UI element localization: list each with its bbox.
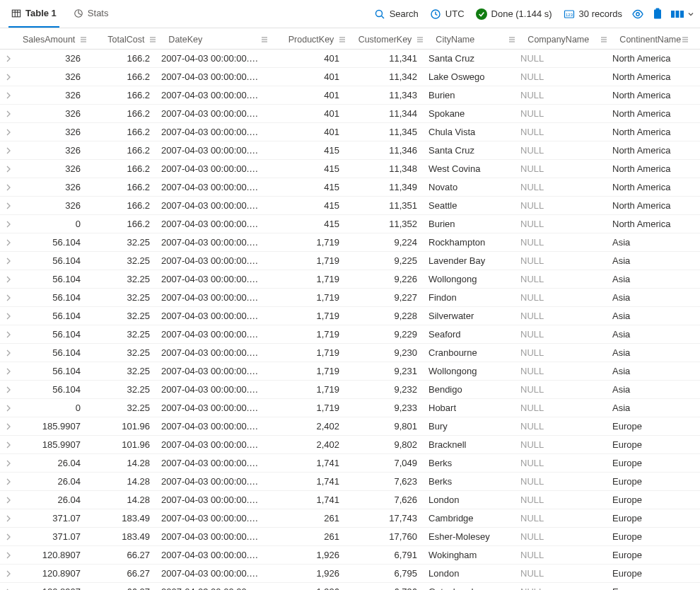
expand-row-button[interactable] xyxy=(0,552,17,559)
expand-row-button[interactable] xyxy=(0,110,17,117)
cell-productkey: 415 xyxy=(267,182,345,192)
column-label: ProductKey xyxy=(288,35,334,45)
table-row[interactable]: 120.890766.272007-04-03 00:00:00.00001,9… xyxy=(0,565,700,583)
column-header-productkey[interactable]: ProductKey xyxy=(274,33,352,49)
expand-row-button[interactable] xyxy=(0,202,17,209)
expand-row-button[interactable] xyxy=(0,294,17,301)
table-row[interactable]: 56.10432.252007-04-03 00:00:00.00001,719… xyxy=(0,344,700,362)
cell-companyname: NULL xyxy=(515,476,607,487)
table-row[interactable]: 185.9907101.962007-04-03 00:00:00.00002,… xyxy=(0,417,700,436)
expand-row-button[interactable] xyxy=(0,515,17,522)
column-header-cityname[interactable]: CityName xyxy=(430,33,522,49)
status-label: Done (1.144 s) xyxy=(491,8,552,19)
table-row[interactable]: 326166.22007-04-03 00:00:00.000041511,34… xyxy=(0,141,700,160)
column-header-salesamount[interactable]: SalesAmount xyxy=(17,33,93,49)
expand-row-button[interactable] xyxy=(0,497,17,504)
cell-salesamount: 56.104 xyxy=(17,329,86,340)
expand-row-button[interactable] xyxy=(0,129,17,136)
expand-row-button[interactable] xyxy=(0,423,17,430)
expand-row-button[interactable] xyxy=(0,313,17,320)
column-header-customerkey[interactable]: CustomerKey xyxy=(352,33,430,49)
expand-row-button[interactable] xyxy=(0,92,17,99)
table-row[interactable]: 120.890766.272007-04-03 00:00:00.00001,9… xyxy=(0,546,700,565)
column-menu-icon[interactable] xyxy=(681,35,689,44)
column-header-datekey[interactable]: DateKey xyxy=(163,33,274,49)
cell-continentname: North America xyxy=(607,127,684,137)
expand-row-button[interactable] xyxy=(0,55,17,62)
search-button[interactable]: Search xyxy=(368,6,424,23)
column-header-continentname[interactable]: ContinentName xyxy=(614,33,695,49)
table-row[interactable]: 120.890766.272007-04-03 00:00:00.00001,9… xyxy=(0,583,700,590)
expand-row-button[interactable] xyxy=(0,405,17,412)
expand-row-button[interactable] xyxy=(0,533,17,540)
cell-continentname: North America xyxy=(607,90,684,100)
table-row[interactable]: 326166.22007-04-03 00:00:00.000040111,34… xyxy=(0,68,700,86)
table-row[interactable]: 371.07183.492007-04-03 00:00:00.00002611… xyxy=(0,509,700,528)
expand-row-button[interactable] xyxy=(0,349,17,357)
cell-salesamount: 56.104 xyxy=(17,292,86,303)
expand-row-button[interactable] xyxy=(0,460,17,467)
expand-row-button[interactable] xyxy=(0,478,17,485)
table-row[interactable]: 56.10432.252007-04-03 00:00:00.00001,719… xyxy=(0,325,700,344)
table-row[interactable]: 326166.22007-04-03 00:00:00.000040111,34… xyxy=(0,105,700,123)
column-menu-icon[interactable] xyxy=(416,35,424,44)
table-row[interactable]: 185.9907101.962007-04-03 00:00:00.00002,… xyxy=(0,436,700,454)
tab-table1[interactable]: Table 1 xyxy=(8,0,59,28)
cell-continentname: Asia xyxy=(607,255,684,266)
table-row[interactable]: 56.10432.252007-04-03 00:00:00.00001,719… xyxy=(0,252,700,270)
cell-productkey: 1,719 xyxy=(267,274,345,284)
clipboard-button[interactable] xyxy=(648,4,667,24)
expand-row-button[interactable] xyxy=(0,368,17,375)
expand-row-button[interactable] xyxy=(0,147,17,154)
records-button[interactable]: 123 30 records xyxy=(558,6,628,23)
column-header-totalcost[interactable]: TotalCost xyxy=(93,33,163,49)
expand-row-button[interactable] xyxy=(0,184,17,191)
cell-productkey: 1,741 xyxy=(267,494,345,505)
table-row[interactable]: 56.10432.252007-04-03 00:00:00.00001,719… xyxy=(0,362,700,381)
expand-row-button[interactable] xyxy=(0,386,17,393)
table-row[interactable]: 56.10432.252007-04-03 00:00:00.00001,719… xyxy=(0,381,700,399)
cell-datekey: 2007-04-03 00:00:00.0000 xyxy=(156,145,267,156)
expand-row-button[interactable] xyxy=(0,166,17,173)
table-row[interactable]: 56.10432.252007-04-03 00:00:00.00001,719… xyxy=(0,233,700,252)
chevron-down-icon[interactable] xyxy=(687,11,694,18)
table-row[interactable]: 26.0414.282007-04-03 00:00:00.00001,7417… xyxy=(0,473,700,491)
table-row[interactable]: 26.0414.282007-04-03 00:00:00.00001,7417… xyxy=(0,491,700,509)
column-menu-icon[interactable] xyxy=(79,35,88,44)
table-row[interactable]: 326166.22007-04-03 00:00:00.000040111,34… xyxy=(0,86,700,105)
expand-row-button[interactable] xyxy=(0,276,17,283)
table-row[interactable]: 371.07183.492007-04-03 00:00:00.00002611… xyxy=(0,528,700,546)
table-row[interactable]: 56.10432.252007-04-03 00:00:00.00001,719… xyxy=(0,289,700,307)
table-row[interactable]: 326166.22007-04-03 00:00:00.000040111,34… xyxy=(0,123,700,141)
column-menu-icon[interactable] xyxy=(148,35,157,44)
column-menu-icon[interactable] xyxy=(508,35,516,44)
expand-row-button[interactable] xyxy=(0,441,17,449)
table-row[interactable]: 326166.22007-04-03 00:00:00.000040111,34… xyxy=(0,50,700,68)
hide-empty-button[interactable] xyxy=(628,4,648,24)
check-icon xyxy=(476,8,487,20)
cell-companyname: NULL xyxy=(515,274,607,284)
expand-row-button[interactable] xyxy=(0,570,17,577)
expand-row-button[interactable] xyxy=(0,74,17,81)
table-row[interactable]: 326166.22007-04-03 00:00:00.000041511,35… xyxy=(0,197,700,215)
table-row[interactable]: 032.252007-04-03 00:00:00.00001,7199,233… xyxy=(0,399,700,417)
color-columns-button[interactable] xyxy=(667,4,687,24)
records-icon: 123 xyxy=(564,8,575,20)
table-row[interactable]: 56.10432.252007-04-03 00:00:00.00001,719… xyxy=(0,307,700,325)
expand-row-button[interactable] xyxy=(0,331,17,338)
column-header-companyname[interactable]: CompanyName xyxy=(522,33,614,49)
tab-stats[interactable]: Stats xyxy=(71,0,112,28)
cell-companyname: NULL xyxy=(515,311,607,321)
expand-row-button[interactable] xyxy=(0,221,17,228)
expand-row-button[interactable] xyxy=(0,239,17,246)
expand-row-button[interactable] xyxy=(0,258,17,265)
table-row[interactable]: 326166.22007-04-03 00:00:00.000041511,34… xyxy=(0,178,700,197)
table-row[interactable]: 26.0414.282007-04-03 00:00:00.00001,7417… xyxy=(0,454,700,473)
utc-button[interactable]: UTC xyxy=(424,6,470,23)
column-menu-icon[interactable] xyxy=(260,35,269,44)
table-row[interactable]: 0166.22007-04-03 00:00:00.000041511,352B… xyxy=(0,215,700,233)
column-menu-icon[interactable] xyxy=(338,35,346,44)
table-row[interactable]: 56.10432.252007-04-03 00:00:00.00001,719… xyxy=(0,270,700,289)
column-menu-icon[interactable] xyxy=(600,35,608,44)
table-row[interactable]: 326166.22007-04-03 00:00:00.000041511,34… xyxy=(0,160,700,178)
